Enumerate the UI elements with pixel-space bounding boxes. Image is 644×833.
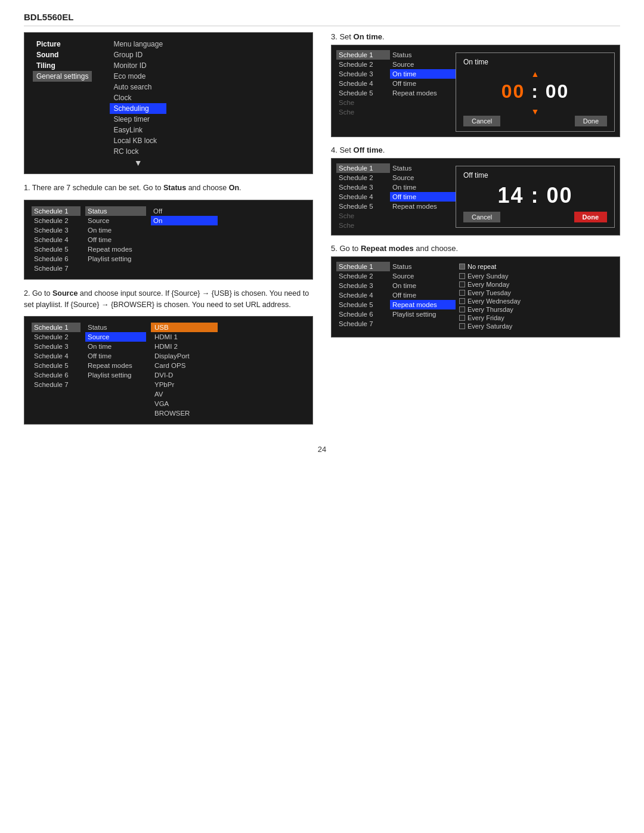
sp2-schedule6[interactable]: Schedule 6 <box>32 370 80 380</box>
sp5-playlist-setting[interactable]: Playlist setting <box>390 309 456 319</box>
sp2-schedule2[interactable]: Schedule 2 <box>32 332 80 342</box>
sp1-on[interactable]: On <box>151 216 218 225</box>
sp3-offtime[interactable]: Off time <box>390 79 456 88</box>
menu-item-local-kb-lock[interactable]: Local KB lock <box>110 135 166 146</box>
hour-down-arrow[interactable]: ▼ <box>463 107 607 116</box>
sp2-usb[interactable]: USB <box>151 323 218 332</box>
sp2-schedule1[interactable]: Schedule 1 <box>32 323 80 332</box>
menu-item-tiling[interactable]: Tiling <box>33 60 92 71</box>
sp2-vga[interactable]: VGA <box>151 399 218 408</box>
sp5-schedule7[interactable]: Schedule 7 <box>336 319 390 329</box>
menu-item-auto-search[interactable]: Auto search <box>110 82 166 92</box>
off-time-min[interactable]: 00 <box>547 183 573 208</box>
sp3-status[interactable]: Status <box>390 50 456 60</box>
on-time-done-button[interactable]: Done <box>575 116 607 126</box>
sp1-offtime[interactable]: Off time <box>85 235 146 244</box>
sp1-playlist-setting[interactable]: Playlist setting <box>85 254 146 264</box>
hour-up-arrow[interactable]: ▲ <box>463 70 607 78</box>
sp1-source[interactable]: Source <box>85 216 146 225</box>
every-wednesday-checkbox[interactable] <box>459 298 465 304</box>
off-time-hour[interactable]: 14 <box>497 183 524 208</box>
sp1-off[interactable]: Off <box>151 206 218 216</box>
every-friday-checkbox[interactable] <box>459 315 465 321</box>
menu-item-scheduling[interactable]: Scheduling <box>110 103 166 114</box>
sp3-schedule5[interactable]: Schedule 5 <box>336 88 390 98</box>
menu-item-picture[interactable]: Picture <box>33 39 92 49</box>
sp1-schedule2[interactable]: Schedule 2 <box>32 216 80 225</box>
sp1-schedule7[interactable]: Schedule 7 <box>32 264 80 273</box>
sp1-repeat-modes[interactable]: Repeat modes <box>85 244 146 254</box>
sp2-hdmi1[interactable]: HDMI 1 <box>151 332 218 342</box>
sp5-status[interactable]: Status <box>390 262 456 271</box>
menu-item-group-id[interactable]: Group ID <box>110 49 166 60</box>
sp5-ontime[interactable]: On time <box>390 281 456 290</box>
sp2-av[interactable]: AV <box>151 389 218 399</box>
sp5-schedule2[interactable]: Schedule 2 <box>336 271 390 281</box>
sp5-schedule4[interactable]: Schedule 4 <box>336 290 390 300</box>
sp2-schedule7[interactable]: Schedule 7 <box>32 380 80 389</box>
menu-item-general-settings[interactable]: General settings <box>33 71 92 82</box>
sp3-source[interactable]: Source <box>390 60 456 69</box>
sp3-repeat-modes[interactable]: Repeat modes <box>390 88 456 98</box>
every-sunday-checkbox[interactable] <box>459 273 465 279</box>
sp3-ontime[interactable]: On time <box>390 69 456 79</box>
sp4-status[interactable]: Status <box>390 163 456 173</box>
off-time-done-button[interactable]: Done <box>574 212 608 222</box>
no-repeat-checkbox[interactable] <box>459 264 465 270</box>
menu-item-monitor-id[interactable]: Monitor ID <box>110 60 166 71</box>
sp2-browser[interactable]: BROWSER <box>151 408 218 418</box>
menu-item-clock[interactable]: Clock <box>110 92 166 103</box>
off-time-cancel-button[interactable]: Cancel <box>463 212 500 222</box>
sp3-schedule1[interactable]: Schedule 1 <box>336 50 390 60</box>
sp2-schedule5[interactable]: Schedule 5 <box>32 361 80 370</box>
sp2-cardops[interactable]: Card OPS <box>151 361 218 370</box>
sp2-status[interactable]: Status <box>85 323 146 332</box>
sp3-schedule2[interactable]: Schedule 2 <box>336 60 390 69</box>
sp4-schedule2[interactable]: Schedule 2 <box>336 173 390 182</box>
sp5-schedule1[interactable]: Schedule 1 <box>336 262 390 271</box>
sp4-schedule1[interactable]: Schedule 1 <box>336 163 390 173</box>
sp2-displayport[interactable]: DisplayPort <box>151 351 218 361</box>
menu-item-sleep-timer[interactable]: Sleep timer <box>110 114 166 125</box>
sp4-source[interactable]: Source <box>390 173 456 182</box>
sp2-source[interactable]: Source <box>85 332 146 342</box>
sp3-schedule3[interactable]: Schedule 3 <box>336 69 390 79</box>
sp1-schedule6[interactable]: Schedule 6 <box>32 254 80 264</box>
sp5-schedule3[interactable]: Schedule 3 <box>336 281 390 290</box>
sp2-playlist-setting[interactable]: Playlist setting <box>85 370 146 380</box>
sp5-repeat-modes[interactable]: Repeat modes <box>390 300 456 309</box>
on-time-cancel-button[interactable]: Cancel <box>463 116 500 126</box>
on-time-hour[interactable]: 00 <box>501 80 525 102</box>
sp1-schedule3[interactable]: Schedule 3 <box>32 225 80 235</box>
sp2-schedule4[interactable]: Schedule 4 <box>32 351 80 361</box>
sp2-schedule3[interactable]: Schedule 3 <box>32 342 80 351</box>
every-monday-checkbox[interactable] <box>459 281 465 287</box>
sp2-repeat-modes[interactable]: Repeat modes <box>85 361 146 370</box>
sp4-schedule3[interactable]: Schedule 3 <box>336 182 390 192</box>
sp2-ontime[interactable]: On time <box>85 342 146 351</box>
sp4-ontime[interactable]: On time <box>390 182 456 192</box>
sp4-schedule4[interactable]: Schedule 4 <box>336 192 390 202</box>
sp1-ontime[interactable]: On time <box>85 225 146 235</box>
sp5-offtime[interactable]: Off time <box>390 290 456 300</box>
sp1-status[interactable]: Status <box>85 206 146 216</box>
sp3-schedule4[interactable]: Schedule 4 <box>336 79 390 88</box>
menu-item-easylink[interactable]: EasyLink <box>110 125 166 135</box>
sp2-dvid[interactable]: DVI-D <box>151 370 218 380</box>
menu-item-menu-language[interactable]: Menu language <box>110 39 166 49</box>
every-tuesday-checkbox[interactable] <box>459 290 465 296</box>
sp5-source[interactable]: Source <box>390 271 456 281</box>
sp1-schedule5[interactable]: Schedule 5 <box>32 244 80 254</box>
sp5-schedule5[interactable]: Schedule 5 <box>336 300 390 309</box>
menu-item-eco-mode[interactable]: Eco mode <box>110 71 166 82</box>
menu-item-sound[interactable]: Sound <box>33 49 92 60</box>
sp5-schedule6[interactable]: Schedule 6 <box>336 309 390 319</box>
menu-item-rc-lock[interactable]: RC lock <box>110 146 166 157</box>
sp1-schedule1[interactable]: Schedule 1 <box>32 206 80 216</box>
on-time-min[interactable]: 00 <box>546 80 569 102</box>
every-saturday-checkbox[interactable] <box>459 323 465 329</box>
sp1-schedule4[interactable]: Schedule 4 <box>32 235 80 244</box>
sp2-offtime[interactable]: Off time <box>85 351 146 361</box>
every-thursday-checkbox[interactable] <box>459 306 465 312</box>
sp4-offtime[interactable]: Off time <box>390 192 456 202</box>
